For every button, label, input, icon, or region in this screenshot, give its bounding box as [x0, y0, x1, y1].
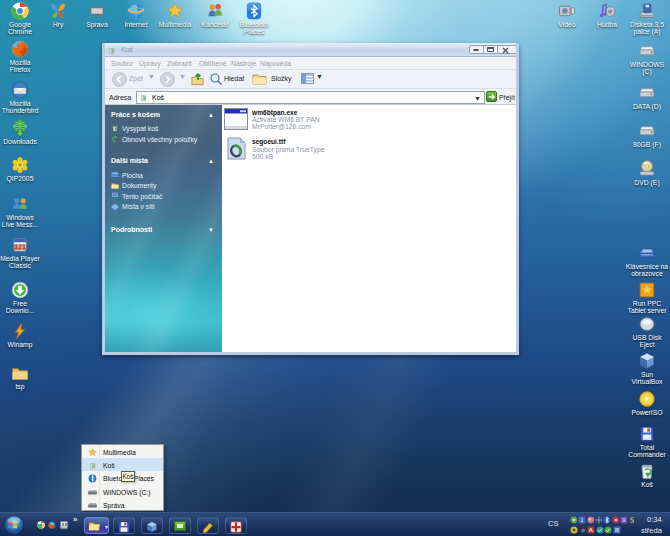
svg-text:1: 1: [581, 517, 584, 523]
svg-text:321: 321: [14, 242, 26, 251]
svg-text:A: A: [589, 527, 594, 533]
svg-text:9: 9: [622, 517, 625, 523]
svg-text:o: o: [581, 527, 584, 533]
svg-text:S: S: [630, 516, 634, 524]
